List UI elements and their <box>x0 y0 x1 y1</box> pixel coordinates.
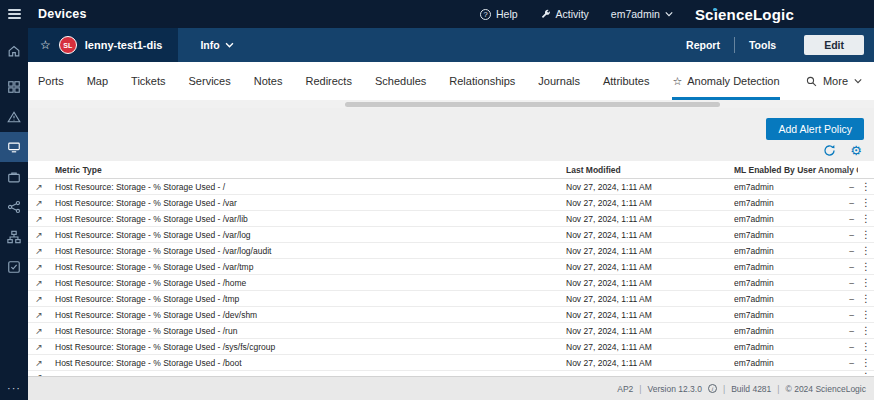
table-row[interactable]: ↗ Host Resource: Storage - % Storage Use… <box>28 291 874 307</box>
tab[interactable]: ☆ Redirects <box>305 62 351 100</box>
metric-type-cell: Host Resource: Storage - % Storage Used … <box>50 358 566 368</box>
open-metric-icon[interactable]: ↗ <box>28 278 50 288</box>
row-menu-icon[interactable]: ⋮ <box>858 181 874 192</box>
refresh-icon[interactable] <box>823 144 836 157</box>
table-row[interactable]: ↗ Host Resource: Storage - % Storage Use… <box>28 179 874 195</box>
tab[interactable]: ☆ Ports <box>38 62 64 100</box>
sidebar-item-dashboards[interactable] <box>0 72 28 102</box>
sidebar-item-checklists[interactable] <box>0 252 28 282</box>
tools-button[interactable]: Tools <box>735 39 790 51</box>
tab[interactable]: ☆ Journals <box>538 62 580 100</box>
column-header-metric-type[interactable]: Metric Type <box>50 165 566 175</box>
row-menu-icon[interactable]: ⋮ <box>858 309 874 320</box>
info-icon[interactable]: i <box>708 384 717 393</box>
table-row[interactable]: ↗ Host Resource: Storage - % Storage Use… <box>28 259 874 275</box>
tabs-more-button[interactable]: More <box>806 62 862 100</box>
warning-triangle-icon <box>7 110 21 124</box>
sidebar-item-devices[interactable] <box>0 132 28 162</box>
device-name: lenny-test1-dis <box>85 39 163 51</box>
help-button[interactable]: ? Help <box>480 8 518 20</box>
row-menu-icon[interactable]: ⋮ <box>858 325 874 336</box>
ml-enabled-by-user-cell: em7admin <box>734 342 818 352</box>
user-menu[interactable]: em7admin <box>611 8 673 20</box>
footer-version: Version 12.3.0 <box>648 384 702 394</box>
report-button[interactable]: Report <box>672 39 734 51</box>
gear-icon[interactable]: ⚙ <box>850 144 862 157</box>
info-label: Info <box>200 39 219 51</box>
table-row[interactable]: ↗ Host Resource: Storage - % Storage Use… <box>28 355 874 371</box>
sidebar-item-home[interactable] <box>0 36 28 66</box>
sidebar-item-maps[interactable] <box>0 222 28 252</box>
column-header-anomaly[interactable]: Anomaly C... <box>818 165 858 175</box>
open-metric-icon[interactable]: ↗ <box>28 326 50 336</box>
open-metric-icon[interactable]: ↗ <box>28 294 50 304</box>
tab[interactable]: ☆ Notes <box>254 62 283 100</box>
share-nodes-icon <box>7 200 21 214</box>
device-identity-block: ☆ SL lenny-test1-dis <box>28 28 178 62</box>
ml-enabled-by-user-cell: em7admin <box>734 358 818 368</box>
search-icon[interactable] <box>806 76 817 87</box>
column-header-last-modified[interactable]: Last Modified <box>566 165 734 175</box>
table-row[interactable]: ↗ Host Resource: Storage - % Storage Use… <box>28 323 874 339</box>
open-metric-icon[interactable]: ↗ <box>28 310 50 320</box>
username: em7admin <box>611 8 660 20</box>
tab[interactable]: ☆ Attributes <box>603 62 649 100</box>
anomaly-cell: – <box>818 310 858 320</box>
tab[interactable]: ☆ Tickets <box>131 62 165 100</box>
brand-text: ScienceLogic <box>695 6 794 23</box>
row-menu-icon[interactable]: ⋮ <box>858 213 874 224</box>
last-modified-cell: Nov 27, 2024, 1:11 AM <box>566 310 734 320</box>
metric-type-cell: Host Resource: Storage - % Storage Used … <box>50 310 566 320</box>
table-row[interactable]: ↗ Host Resource: Storage - % Storage Use… <box>28 339 874 355</box>
edit-button[interactable]: Edit <box>804 35 864 55</box>
tab[interactable]: ☆ Relationships <box>449 62 515 100</box>
open-metric-icon[interactable]: ↗ <box>28 342 50 352</box>
metric-type-cell: Host Resource: Storage - % Storage Used … <box>50 214 566 224</box>
tabs-horizontal-scrollbar[interactable] <box>28 100 874 108</box>
table-row[interactable]: ↗ Host Resource: Storage - % Storage Use… <box>28 243 874 259</box>
tab[interactable]: ☆ Map <box>87 62 108 100</box>
table-row[interactable]: ↗ Host Resource: Storage - % Storage Use… <box>28 195 874 211</box>
hamburger-menu-icon[interactable] <box>0 9 28 19</box>
sidebar-item-automation[interactable] <box>0 192 28 222</box>
table-row[interactable]: ↗ Host Resource: Storage - % Storage Use… <box>28 275 874 291</box>
row-menu-icon[interactable]: ⋮ <box>858 229 874 240</box>
scrollbar-thumb[interactable] <box>345 102 720 107</box>
open-metric-icon[interactable]: ↗ <box>28 182 50 192</box>
open-metric-icon[interactable]: ↗ <box>28 198 50 208</box>
sciencelogic-logo: ScienceLogic <box>695 6 794 23</box>
sidebar-more-button[interactable]: ··· <box>0 382 28 394</box>
help-label: Help <box>496 8 518 20</box>
tab-label: Notes <box>254 75 283 87</box>
table-row[interactable]: ↗ Host Resource: Storage - % Storage Use… <box>28 227 874 243</box>
info-dropdown[interactable]: Info <box>200 39 233 51</box>
table-row[interactable]: ↗ Host Resource: Storage - % Storage Use… <box>28 211 874 227</box>
ml-enabled-by-user-cell: em7admin <box>734 326 818 336</box>
activity-button[interactable]: Activity <box>540 8 589 20</box>
tab[interactable]: ☆ Schedules <box>375 62 426 100</box>
row-menu-icon[interactable]: ⋮ <box>858 197 874 208</box>
row-menu-icon[interactable]: ⋮ <box>858 261 874 272</box>
column-header-ml-enabled-by-user[interactable]: ML Enabled By User <box>734 165 818 175</box>
table-row[interactable]: ↗ Host Resource: Storage - % Storage Use… <box>28 307 874 323</box>
last-modified-cell: Nov 27, 2024, 1:11 AM <box>566 342 734 352</box>
open-metric-icon[interactable]: ↗ <box>28 246 50 256</box>
add-alert-policy-button[interactable]: Add Alert Policy <box>766 118 864 140</box>
row-menu-icon[interactable]: ⋮ <box>858 245 874 256</box>
open-metric-icon[interactable]: ↗ <box>28 214 50 224</box>
sidebar-item-events[interactable] <box>0 102 28 132</box>
tab[interactable]: ☆ Services <box>189 62 231 100</box>
page-title: Devices <box>38 7 87 21</box>
open-metric-icon[interactable]: ↗ <box>28 230 50 240</box>
sidebar-item-business-services[interactable] <box>0 162 28 192</box>
row-menu-icon[interactable]: ⋮ <box>858 293 874 304</box>
tab[interactable]: ☆ Anomaly Detection <box>672 62 779 100</box>
favorite-star-icon[interactable]: ☆ <box>40 38 51 52</box>
row-menu-icon[interactable]: ⋮ <box>858 277 874 288</box>
last-modified-cell: Nov 27, 2024, 1:11 AM <box>566 262 734 272</box>
open-metric-icon[interactable]: ↗ <box>28 262 50 272</box>
open-metric-icon[interactable]: ↗ <box>28 358 50 368</box>
app-window: Devices ? Help Activity em7admin Science… <box>0 0 874 400</box>
row-menu-icon[interactable]: ⋮ <box>858 357 874 368</box>
row-menu-icon[interactable]: ⋮ <box>858 341 874 352</box>
